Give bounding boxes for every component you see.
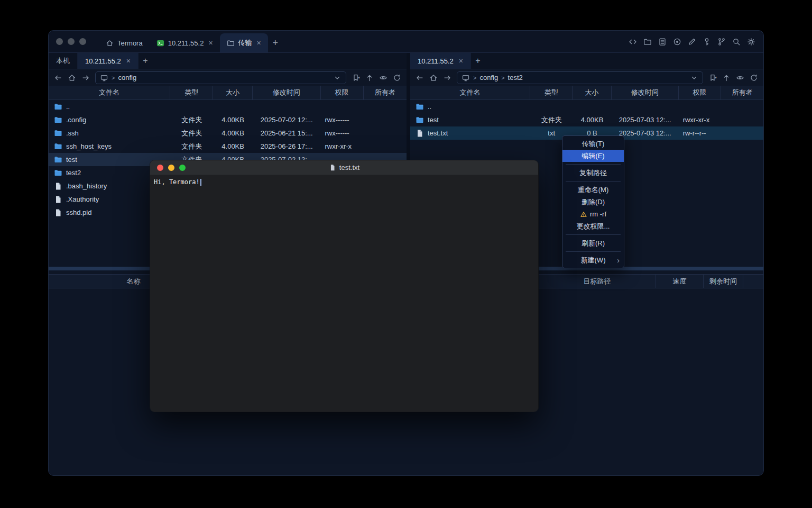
column-header[interactable]: 目标路径 bbox=[539, 275, 656, 288]
column-header[interactable]: 权限 bbox=[321, 86, 364, 99]
close-icon[interactable]: × bbox=[459, 57, 463, 65]
code-icon[interactable] bbox=[629, 38, 637, 46]
menu-item[interactable]: 复制路径 bbox=[562, 167, 624, 179]
column-header[interactable]: 修改时间 bbox=[253, 86, 321, 99]
new-tab-button[interactable]: + bbox=[471, 53, 485, 69]
file-icon bbox=[54, 182, 62, 190]
forward-icon[interactable] bbox=[443, 74, 451, 82]
menu-item[interactable]: rm -rf bbox=[562, 208, 624, 220]
editor-title: test.txt bbox=[150, 160, 538, 175]
menu-item-label: 编辑(E) bbox=[582, 151, 604, 161]
zoom-window-icon[interactable] bbox=[179, 165, 186, 171]
main-tabs: Termora 10.211.55.2 × 传输 × + bbox=[99, 31, 283, 52]
folder-icon bbox=[54, 116, 62, 124]
menu-item[interactable]: 更改权限... bbox=[562, 220, 624, 232]
settings-icon[interactable] bbox=[747, 38, 755, 46]
new-tab-button[interactable]: + bbox=[139, 53, 152, 69]
minimize-window-icon[interactable] bbox=[168, 165, 174, 171]
file-row[interactable]: ssh_host_keys文件夹4.00KB2025-06-26 17:...r… bbox=[49, 140, 407, 153]
column-header[interactable]: 速度 bbox=[656, 275, 704, 288]
file-mtime-cell: 2025-07-02 12:... bbox=[253, 116, 321, 124]
menu-item[interactable]: 新建(W)› bbox=[562, 254, 624, 266]
up-directory-icon[interactable] bbox=[722, 74, 731, 82]
column-header[interactable]: 文件名 bbox=[49, 86, 170, 99]
back-icon[interactable] bbox=[54, 74, 62, 82]
file-perm-cell: rwx------ bbox=[321, 116, 364, 124]
column-header[interactable]: 权限 bbox=[679, 86, 721, 99]
chevron-down-icon[interactable] bbox=[333, 74, 342, 82]
up-directory-icon[interactable] bbox=[365, 74, 374, 82]
refresh-icon[interactable] bbox=[393, 74, 401, 82]
editor-content[interactable]: Hi, Termora! bbox=[150, 175, 538, 412]
close-icon[interactable]: × bbox=[126, 57, 131, 65]
back-icon[interactable] bbox=[416, 74, 424, 82]
close-icon[interactable]: × bbox=[257, 39, 261, 47]
minimize-window-icon[interactable] bbox=[68, 38, 75, 45]
column-header[interactable]: 类型 bbox=[530, 86, 573, 99]
menu-item[interactable]: 删除(D) bbox=[562, 196, 624, 208]
forward-icon[interactable] bbox=[81, 74, 90, 82]
path-input[interactable]: > config > test2 bbox=[457, 71, 703, 84]
home-icon[interactable] bbox=[429, 74, 438, 82]
edit-icon[interactable] bbox=[688, 38, 696, 46]
document-icon bbox=[329, 164, 336, 171]
column-header[interactable]: 文件名 bbox=[410, 86, 530, 99]
breadcrumb-item[interactable]: config bbox=[479, 74, 498, 81]
home-icon[interactable] bbox=[68, 74, 76, 82]
column-header[interactable]: 剩余时间 bbox=[704, 275, 743, 288]
menu-item[interactable]: 编辑(E) bbox=[562, 150, 624, 162]
close-window-icon[interactable] bbox=[157, 165, 163, 171]
menu-item-label: 复制路径 bbox=[579, 168, 607, 178]
tab-remote-host[interactable]: 10.211.55.2 × bbox=[410, 53, 471, 69]
file-row[interactable]: .. bbox=[49, 100, 407, 113]
folder-icon[interactable] bbox=[643, 38, 652, 46]
file-name-cell: .ssh bbox=[49, 129, 170, 138]
log-icon[interactable] bbox=[658, 38, 667, 46]
context-menu: 传输(T)编辑(E)复制路径重命名(M)删除(D)rm -rf更改权限...刷新… bbox=[562, 135, 624, 268]
folder-icon bbox=[54, 169, 62, 177]
file-size-cell: 4.00KB bbox=[573, 116, 611, 124]
menu-item-label: 更改权限... bbox=[577, 222, 610, 231]
menu-item[interactable]: 传输(T) bbox=[562, 138, 624, 150]
column-header[interactable]: 修改时间 bbox=[612, 86, 679, 99]
path-input[interactable]: > config bbox=[95, 71, 346, 84]
tab-transfer[interactable]: 传输 × bbox=[220, 33, 268, 52]
branch-icon[interactable] bbox=[717, 38, 726, 46]
show-hidden-eye-icon[interactable] bbox=[736, 74, 744, 82]
record-icon[interactable] bbox=[673, 38, 681, 46]
show-hidden-eye-icon[interactable] bbox=[379, 74, 387, 82]
search-icon[interactable] bbox=[732, 38, 741, 46]
toolbar bbox=[629, 31, 755, 52]
column-header[interactable]: 类型 bbox=[170, 86, 213, 99]
close-window-icon[interactable] bbox=[56, 38, 63, 45]
key-icon[interactable] bbox=[703, 38, 711, 46]
computer-icon bbox=[100, 74, 108, 82]
column-header[interactable]: 所有者 bbox=[721, 86, 763, 99]
zoom-window-icon[interactable] bbox=[79, 38, 86, 45]
new-tab-button[interactable]: + bbox=[268, 33, 283, 52]
chevron-down-icon[interactable] bbox=[690, 74, 698, 82]
breadcrumb-item[interactable]: config bbox=[118, 74, 136, 81]
editor-window-controls bbox=[157, 165, 186, 171]
tab-ssh-session[interactable]: 10.211.55.2 × bbox=[150, 33, 220, 52]
menu-item[interactable]: 重命名(M) bbox=[562, 184, 624, 196]
file-row[interactable]: .config文件夹4.00KB2025-07-02 12:...rwx----… bbox=[49, 113, 407, 126]
tab-remote-host[interactable]: 10.211.55.2 × bbox=[78, 53, 139, 69]
column-header[interactable]: 大小 bbox=[213, 86, 252, 99]
file-row[interactable]: .ssh文件夹4.00KB2025-06-21 15:...rwx------ bbox=[49, 126, 407, 140]
column-header[interactable]: 所有者 bbox=[364, 86, 407, 99]
tab-termora-home[interactable]: Termora bbox=[99, 33, 150, 52]
refresh-icon[interactable] bbox=[750, 74, 758, 82]
bookmark-button[interactable]: ▾ bbox=[352, 74, 360, 82]
breadcrumb-item[interactable]: test2 bbox=[508, 74, 523, 81]
folder-icon bbox=[54, 142, 62, 151]
tab-local[interactable]: 本机 bbox=[49, 53, 78, 69]
close-icon[interactable]: × bbox=[208, 39, 213, 47]
file-row[interactable]: .. bbox=[410, 100, 763, 113]
titlebar: Termora 10.211.55.2 × 传输 × + bbox=[49, 31, 763, 53]
file-row[interactable]: test文件夹4.00KB2025-07-03 12:...rwxr-xr-x bbox=[410, 113, 763, 126]
bookmark-button[interactable]: ▾ bbox=[708, 74, 717, 82]
menu-item[interactable]: 刷新(R) bbox=[562, 237, 624, 249]
column-header[interactable]: 大小 bbox=[573, 86, 611, 99]
folder-icon bbox=[227, 39, 235, 47]
